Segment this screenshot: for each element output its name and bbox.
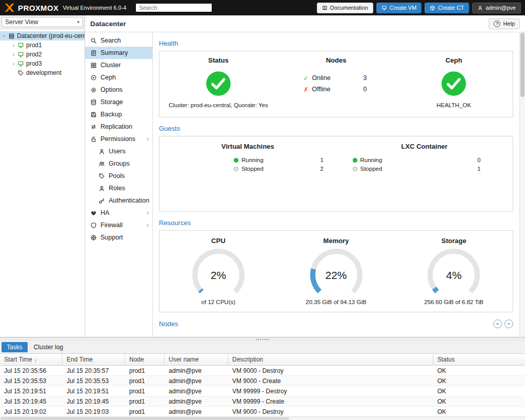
nav-item-ha[interactable]: HA› (85, 207, 152, 219)
ceph-ok-icon (440, 70, 467, 97)
tree-item-prod1[interactable]: › prod1 (0, 41, 85, 50)
nav-item-summary[interactable]: Summary (85, 47, 152, 59)
node-icon (17, 61, 24, 67)
caret-right-icon: › (147, 135, 149, 143)
chevron-down-icon: ▾ (77, 19, 79, 25)
page-title: Datacenter (90, 20, 126, 28)
lxc-running-count: 0 (477, 157, 480, 163)
chevron-down-icon (506, 321, 512, 327)
column-header-start-time[interactable]: Start Time↓ (0, 354, 63, 365)
storage-gauge-column: Storage 4% 256.60 GiB of 6.82 TiB (395, 237, 513, 312)
resources-section-title: Resources (159, 219, 513, 227)
users-icon (98, 161, 105, 167)
resource-tree: › Datacenter (prod-eu-central › prod1 › … (0, 29, 85, 337)
table-row[interactable]: Jul 15 20:19:45Jul 15 20:19:45prod1admin… (0, 396, 525, 407)
node-icon (17, 51, 24, 58)
health-status-column: Status Cluster: prod-eu-central, Quorate… (159, 56, 277, 117)
column-header-end-time[interactable]: End Time (63, 354, 125, 365)
chevron-up-circle-button[interactable] (493, 319, 502, 328)
create-vm-button[interactable]: Create VM (376, 3, 422, 13)
health-panel: Status Cluster: prod-eu-central, Quorate… (159, 51, 513, 117)
scrollbar-thumb[interactable] (520, 33, 524, 97)
cpu-percent: 2% (175, 269, 262, 282)
caret-collapsed-icon: › (11, 61, 16, 67)
role-icon (98, 185, 105, 192)
vm-running-count: 1 (320, 157, 324, 163)
nav-item-roles[interactable]: Roles (85, 182, 152, 194)
table-row[interactable]: Jul 15 20:19:51Jul 15 20:19:51prod1admin… (0, 386, 525, 396)
memory-gauge-column: Memory 22% 20.35 GiB of 94.13 GiB (277, 237, 395, 312)
memory-percent: 22% (293, 269, 380, 282)
content-header: Datacenter ? Help (85, 15, 525, 32)
datacenter-nav: Search Summary Cluster Ceph Options Stor… (85, 32, 153, 337)
running-dot-icon (234, 158, 238, 163)
stopped-dot-icon (234, 167, 238, 171)
nav-item-authentication[interactable]: Authentication (85, 194, 152, 207)
view-mode-select[interactable]: Server View ▾ (2, 17, 83, 27)
content-vertical-scrollbar[interactable] (519, 32, 525, 337)
horizontal-scrollbar[interactable] (0, 416, 525, 420)
nav-item-users[interactable]: Users (85, 145, 152, 157)
global-search-input[interactable] (135, 3, 212, 12)
guests-panel: Virtual Machines Running 1 Stopped 2 (159, 136, 513, 212)
health-ceph-column: Ceph HEALTH_OK (395, 56, 513, 117)
nav-item-permissions[interactable]: Permissions› (85, 133, 152, 145)
heart-icon (90, 210, 97, 216)
lxc-guests-column: LXC Container Running 0 Stopped 1 (336, 143, 513, 211)
tree-item-datacenter[interactable]: › Datacenter (prod-eu-central (0, 31, 85, 41)
nav-item-firewall[interactable]: Firewall› (85, 219, 152, 231)
ceph-icon (90, 74, 97, 81)
top-header-bar: PROXMOX Virtual Environment 6.0-4 Docume… (0, 0, 525, 15)
tab-tasks[interactable]: Tasks (2, 342, 28, 352)
cpu-caption: of 12 CPU(s) (201, 299, 235, 305)
proxmox-logo: PROXMOX (4, 4, 58, 12)
support-icon (90, 234, 97, 241)
nav-item-ceph[interactable]: Ceph (85, 71, 152, 84)
column-header-user-name[interactable]: User name (165, 354, 228, 365)
tree-item-prod2[interactable]: › prod2 (0, 50, 85, 59)
cluster-status-caption: Cluster: prod-eu-central, Quorate: Yes (169, 102, 268, 108)
offline-count: 0 (364, 86, 369, 93)
nav-item-search[interactable]: Search (85, 34, 152, 47)
tab-cluster-log[interactable]: Cluster log (29, 342, 68, 352)
shield-icon (90, 222, 97, 229)
chevron-down-circle-button[interactable] (504, 319, 513, 328)
lxc-stopped-row: Stopped 1 (353, 165, 481, 172)
create-ct-button[interactable]: Create CT (425, 3, 469, 13)
monitor-icon (381, 5, 387, 11)
storage-percent: 4% (410, 269, 497, 282)
column-header-node[interactable]: Node (125, 354, 165, 365)
nav-item-backup[interactable]: Backup (85, 108, 152, 121)
nav-item-groups[interactable]: Groups (85, 157, 152, 170)
nav-item-replication[interactable]: Replication (85, 121, 152, 133)
storage-gauge: 4% (410, 247, 497, 298)
resources-panel: CPU 2% of 12 CPU(s) Memory (159, 230, 513, 312)
view-select-row: Server View ▾ (0, 15, 85, 29)
key-icon (98, 197, 105, 204)
caret-right-icon: › (147, 209, 149, 216)
health-section-title: Health (159, 39, 513, 47)
column-header-status[interactable]: Status (433, 354, 525, 365)
gear-icon (90, 87, 97, 93)
nav-item-options[interactable]: Options (85, 84, 152, 96)
vm-running-row: Running 1 (234, 156, 324, 164)
tree-item-development[interactable]: development (0, 68, 85, 77)
scrollbar-thumb[interactable] (1, 417, 289, 419)
panel-splitter[interactable] (0, 337, 525, 341)
cpu-gauge-column: CPU 2% of 12 CPU(s) (159, 237, 277, 312)
documentation-button[interactable]: Documentation (317, 3, 373, 13)
question-mark-icon: ? (494, 21, 500, 27)
table-row[interactable]: Jul 15 20:35:56Jul 15 20:35:57prod1admin… (0, 366, 525, 376)
nav-item-storage[interactable]: Storage (85, 96, 152, 108)
column-header-description[interactable]: Description (228, 354, 433, 365)
nav-item-cluster[interactable]: Cluster (85, 59, 152, 71)
caret-collapsed-icon: › (11, 52, 16, 57)
help-button[interactable]: ? Help (489, 18, 520, 29)
nav-item-pools[interactable]: Pools (85, 170, 152, 182)
nav-item-support[interactable]: Support (85, 231, 152, 244)
table-row[interactable]: Jul 15 20:35:53Jul 15 20:35:53prod1admin… (0, 376, 525, 386)
brand-name: PROXMOX (18, 4, 58, 12)
user-menu-button[interactable]: admin@pve (472, 3, 521, 13)
table-row[interactable]: Jul 15 20:19:02Jul 15 20:19:03prod1admin… (0, 407, 525, 416)
tree-item-prod3[interactable]: › prod3 (0, 59, 85, 68)
